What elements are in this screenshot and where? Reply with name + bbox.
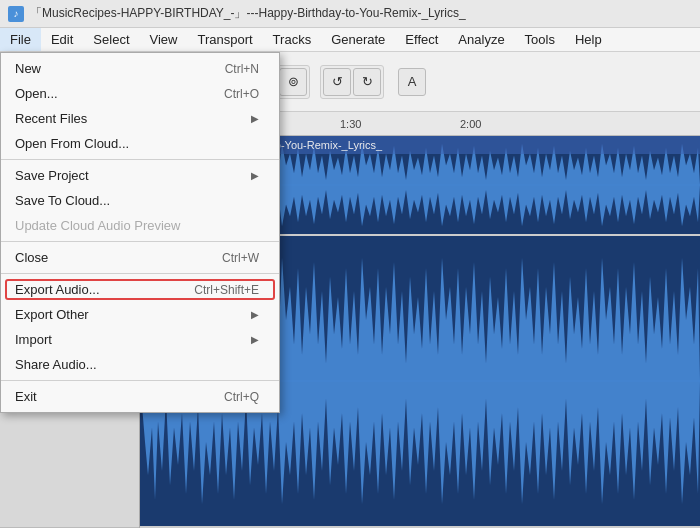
menu-select[interactable]: Select: [83, 28, 139, 51]
menu-generate[interactable]: Generate: [321, 28, 395, 51]
zoom-sel-btn[interactable]: ⊚: [279, 68, 307, 96]
menu-exit[interactable]: Exit Ctrl+Q: [1, 384, 279, 409]
menu-exit-label: Exit: [15, 389, 37, 404]
menu-export-audio-label: Export Audio...: [15, 282, 100, 297]
menu-export-audio-shortcut: Ctrl+Shift+E: [194, 283, 259, 297]
menu-save-cloud[interactable]: Save To Cloud...: [1, 188, 279, 213]
menu-update-cloud-label: Update Cloud Audio Preview: [15, 218, 181, 233]
undo-btn[interactable]: ↺: [323, 68, 351, 96]
file-menu-panel: New Ctrl+N Open... Ctrl+O Recent Files ▶…: [0, 52, 280, 413]
save-project-arrow-icon: ▶: [251, 170, 259, 181]
menu-edit[interactable]: Edit: [41, 28, 83, 51]
redo-btn[interactable]: ↻: [353, 68, 381, 96]
menu-save-cloud-label: Save To Cloud...: [15, 193, 110, 208]
menu-separator-3: [1, 273, 279, 274]
menu-import-label: Import: [15, 332, 52, 347]
menu-recent-files[interactable]: Recent Files ▶: [1, 106, 279, 131]
menu-open-cloud[interactable]: Open From Cloud...: [1, 131, 279, 156]
menu-tools[interactable]: Tools: [515, 28, 565, 51]
extra-btn[interactable]: A: [398, 68, 426, 96]
menu-analyze[interactable]: Analyze: [448, 28, 514, 51]
menu-share-audio-label: Share Audio...: [15, 357, 97, 372]
menu-file[interactable]: File: [0, 28, 41, 51]
file-dropdown-menu: New Ctrl+N Open... Ctrl+O Recent Files ▶…: [0, 52, 280, 413]
menu-export-audio[interactable]: Export Audio... Ctrl+Shift+E: [1, 277, 279, 302]
menu-bar: File Edit Select View Transport Tracks G…: [0, 28, 700, 52]
menu-separator-2: [1, 241, 279, 242]
menu-update-cloud-preview: Update Cloud Audio Preview: [1, 213, 279, 238]
timeline-mark-3: 2:00: [460, 118, 481, 130]
menu-close[interactable]: Close Ctrl+W: [1, 245, 279, 270]
title-bar: ♪ 「MusicRecipes-HAPPY-BIRTHDAY_-」---Happ…: [0, 0, 700, 28]
menu-recent-files-label: Recent Files: [15, 111, 87, 126]
menu-open-shortcut: Ctrl+O: [224, 87, 259, 101]
menu-separator-4: [1, 380, 279, 381]
menu-save-project-label: Save Project: [15, 168, 89, 183]
undo-group: ↺ ↻: [320, 65, 384, 99]
menu-share-audio[interactable]: Share Audio...: [1, 352, 279, 377]
menu-transport[interactable]: Transport: [187, 28, 262, 51]
menu-new-label: New: [15, 61, 41, 76]
menu-effect[interactable]: Effect: [395, 28, 448, 51]
menu-help[interactable]: Help: [565, 28, 612, 51]
menu-view[interactable]: View: [140, 28, 188, 51]
export-other-arrow-icon: ▶: [251, 309, 259, 320]
menu-tracks[interactable]: Tracks: [263, 28, 322, 51]
timeline-mark-2: 1:30: [340, 118, 361, 130]
recent-files-arrow-icon: ▶: [251, 113, 259, 124]
menu-open[interactable]: Open... Ctrl+O: [1, 81, 279, 106]
menu-open-cloud-label: Open From Cloud...: [15, 136, 129, 151]
menu-export-other[interactable]: Export Other ▶: [1, 302, 279, 327]
menu-new-shortcut: Ctrl+N: [225, 62, 259, 76]
menu-open-label: Open...: [15, 86, 58, 101]
menu-save-project[interactable]: Save Project ▶: [1, 163, 279, 188]
menu-exit-shortcut: Ctrl+Q: [224, 390, 259, 404]
window-title: 「MusicRecipes-HAPPY-BIRTHDAY_-」---Happy-…: [30, 5, 466, 22]
menu-close-label: Close: [15, 250, 48, 265]
menu-import[interactable]: Import ▶: [1, 327, 279, 352]
menu-export-other-label: Export Other: [15, 307, 89, 322]
menu-new[interactable]: New Ctrl+N: [1, 56, 279, 81]
menu-close-shortcut: Ctrl+W: [222, 251, 259, 265]
app-icon: ♪: [8, 6, 24, 22]
import-arrow-icon: ▶: [251, 334, 259, 345]
menu-separator-1: [1, 159, 279, 160]
